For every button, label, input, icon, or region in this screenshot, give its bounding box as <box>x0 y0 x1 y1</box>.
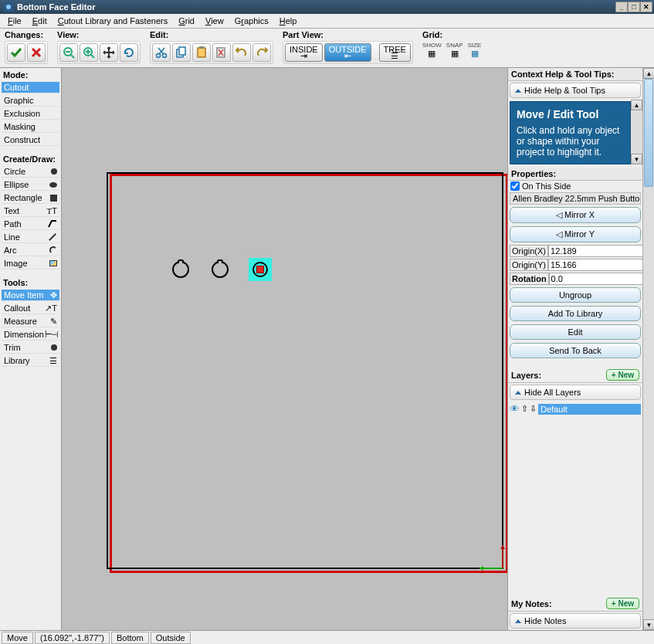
close-button[interactable]: ✕ <box>640 2 652 12</box>
origin-y-input[interactable] <box>548 259 642 271</box>
shape-path[interactable]: Path <box>2 219 59 230</box>
mirror-y-button[interactable]: ◁ Mirror Y <box>510 226 641 242</box>
minimize-button[interactable]: _ <box>615 2 628 12</box>
tool-callout[interactable]: Callout↗T <box>2 303 59 314</box>
hide-notes-toggle[interactable]: Hide Notes <box>510 613 641 629</box>
tool-dimension[interactable]: Dimension⊢⊣ <box>2 329 59 341</box>
shape-text[interactable]: TextTT <box>2 205 59 217</box>
scroll-up-icon[interactable]: ▲ <box>643 68 654 79</box>
move-icon: ✥ <box>46 290 57 300</box>
layer-up-icon[interactable]: ⇧ <box>521 404 528 414</box>
edit-button[interactable]: Edit <box>510 324 641 340</box>
undo-button[interactable] <box>232 43 251 62</box>
scroll-thumb[interactable] <box>644 79 653 187</box>
tool-trim[interactable]: Trim <box>2 342 59 354</box>
maximize-button[interactable]: □ <box>628 2 640 12</box>
mode-cutout[interactable]: Cutout <box>2 82 59 93</box>
mode-graphic[interactable]: Graphic <box>2 95 59 107</box>
shape-rectangle[interactable]: Rectangle <box>2 192 59 204</box>
shape-image[interactable]: Image <box>2 258 59 269</box>
changes-label: Changes: <box>5 30 48 39</box>
svg-point-1 <box>6 5 11 9</box>
redo-button[interactable] <box>252 43 271 62</box>
status-mode: Move <box>2 632 33 644</box>
tool-move[interactable]: Move Item✥ <box>2 290 59 301</box>
shape-arc[interactable]: Arc <box>2 245 59 256</box>
accept-button[interactable] <box>7 43 25 62</box>
outside-button[interactable]: OUTSIDE⇤ <box>324 43 371 62</box>
rotation-input[interactable] <box>549 273 642 285</box>
delete-button[interactable] <box>212 43 231 62</box>
scroll-up-icon[interactable]: ▲ <box>631 100 642 110</box>
cancel-button[interactable] <box>27 43 46 62</box>
image-icon <box>46 260 57 266</box>
layer-row-default[interactable]: 👁 ⇧ ⇩ Default <box>510 403 641 415</box>
on-this-side-checkbox[interactable] <box>510 181 520 191</box>
origin-x-input[interactable] <box>548 245 642 257</box>
cut-button[interactable] <box>152 43 171 62</box>
hide-help-toggle[interactable]: Hide Help & Tool Tips <box>510 83 641 98</box>
panel-bounds <box>107 172 503 569</box>
edit-label: Edit: <box>150 30 273 39</box>
svg-rect-7 <box>179 47 185 55</box>
dimension-icon: ⊢⊣ <box>46 330 57 340</box>
menu-edit[interactable]: Edit <box>28 15 52 26</box>
grid-show-button[interactable]: ▦ <box>428 49 435 59</box>
grid-snap-button[interactable]: ▦ <box>451 49 459 59</box>
cutout-circle-1[interactable] <box>172 261 189 278</box>
menu-view[interactable]: View <box>201 15 229 26</box>
right-scrollbar[interactable]: ▲ ▼ <box>642 68 654 630</box>
tools-header: Tools: <box>2 277 59 288</box>
tool-library[interactable]: Library☰ <box>2 355 59 367</box>
shape-ellipse[interactable]: Ellipse <box>2 179 59 191</box>
pan-button[interactable] <box>100 43 118 62</box>
trim-icon <box>46 344 57 351</box>
menu-help[interactable]: Help <box>275 15 302 26</box>
cutout-circle-2[interactable] <box>212 261 229 278</box>
add-to-library-button[interactable]: Add To Library <box>510 306 641 321</box>
new-layer-button[interactable]: + New <box>606 369 639 381</box>
selected-object[interactable] <box>249 258 272 281</box>
send-to-back-button[interactable]: Send To Back <box>510 343 641 358</box>
canvas[interactable] <box>62 68 507 630</box>
menu-cutout-library[interactable]: Cutout Library and Fasteners <box>53 15 172 26</box>
tree-button[interactable]: TREE☰ <box>379 43 411 62</box>
circle-icon <box>46 168 57 175</box>
hide-layers-toggle[interactable]: Hide All Layers <box>510 385 641 400</box>
paste-button[interactable] <box>192 43 211 62</box>
app-icon <box>3 2 14 12</box>
copy-button[interactable] <box>172 43 191 62</box>
scroll-down-icon[interactable]: ▼ <box>631 154 642 164</box>
window-title: Bottom Face Editor <box>17 2 95 12</box>
ungroup-button[interactable]: Ungroup <box>510 287 641 303</box>
layer-down-icon[interactable]: ⇩ <box>530 404 537 414</box>
mode-construct[interactable]: Construct <box>2 134 59 146</box>
left-panel: Mode: Cutout Graphic Exclusion Masking C… <box>0 68 62 630</box>
menu-graphics[interactable]: Graphics <box>230 15 273 26</box>
new-note-button[interactable]: + New <box>606 598 639 609</box>
visibility-icon[interactable]: 👁 <box>510 403 520 415</box>
tool-measure[interactable]: Measure✎ <box>2 316 59 327</box>
zoom-in-button[interactable] <box>80 43 98 62</box>
shape-circle[interactable]: Circle <box>2 166 59 178</box>
grid-size-button[interactable]: ▦ <box>471 49 479 59</box>
properties-header: Properties: <box>508 168 642 181</box>
layer-name[interactable]: Default <box>538 404 641 415</box>
shape-line[interactable]: Line <box>2 232 59 243</box>
mode-masking[interactable]: Masking <box>2 121 59 133</box>
menu-grid[interactable]: Grid <box>174 15 199 26</box>
help-scrollbar[interactable]: ▲ ▼ <box>631 100 642 164</box>
menu-file[interactable]: File <box>3 15 26 26</box>
status-view: Outside <box>151 632 191 644</box>
svg-rect-8 <box>198 48 205 57</box>
scroll-down-icon[interactable]: ▼ <box>643 619 654 630</box>
callout-icon: ↗T <box>46 303 57 314</box>
mirror-x-button[interactable]: ◁ Mirror X <box>510 207 641 223</box>
mode-exclusion[interactable]: Exclusion <box>2 108 59 120</box>
help-title: Move / Edit Tool <box>517 108 624 120</box>
refresh-button[interactable] <box>120 43 138 62</box>
axis-indicator <box>476 541 507 580</box>
zoom-out-button[interactable] <box>59 43 78 62</box>
inside-button[interactable]: INSIDE⇥ <box>285 43 323 62</box>
collapse-icon <box>515 619 521 623</box>
